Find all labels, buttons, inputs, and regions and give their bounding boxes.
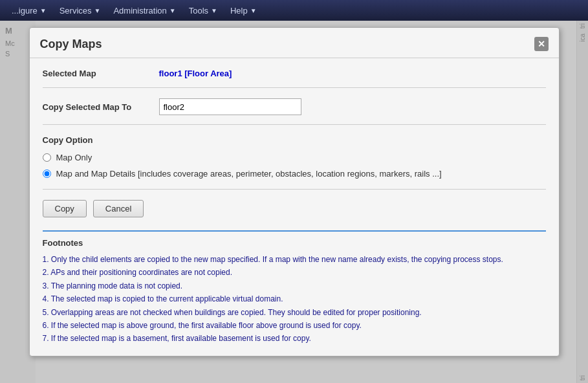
- modal-overlay: Copy Maps ✕ Selected Map floor1 [Floor A…: [0, 21, 588, 383]
- divider-1: [43, 87, 546, 88]
- button-row: Copy Cancel: [43, 200, 546, 217]
- copy-to-row: Copy Selected Map To: [43, 98, 546, 115]
- footnotes-text: 1. Only the child elements are copied to…: [43, 253, 546, 345]
- selected-map-value: floor1 [Floor Area]: [159, 69, 232, 78]
- footnotes-section: Footnotes 1. Only the child elements are…: [43, 230, 546, 345]
- footnote-item: 2. APs and their positioning coordinates…: [43, 266, 546, 279]
- nav-arrow-administration: ▼: [169, 7, 176, 14]
- dialog-body: Selected Map floor1 [Floor Area] Copy Se…: [30, 58, 559, 356]
- copy-to-label: Copy Selected Map To: [43, 102, 159, 112]
- footnote-item: 4. The selected map is copied to the cur…: [43, 292, 546, 305]
- nav-label-configure: ...igure: [12, 6, 38, 16]
- dialog-header: Copy Maps ✕: [30, 28, 559, 58]
- radio-map-only[interactable]: [43, 153, 51, 162]
- nav-label-tools: Tools: [189, 6, 208, 16]
- dialog-title: Copy Maps: [40, 38, 102, 51]
- radio-map-details[interactable]: [43, 170, 51, 178]
- copy-maps-dialog: Copy Maps ✕ Selected Map floor1 [Floor A…: [29, 27, 560, 356]
- nav-item-administration[interactable]: Administration ▼: [107, 0, 182, 21]
- radio-map-details-label[interactable]: Map and Map Details [includes coverage a…: [56, 169, 442, 179]
- radio-map-only-label[interactable]: Map Only: [56, 153, 93, 162]
- footnote-item: 1. Only the child elements are copied to…: [43, 253, 546, 266]
- close-button[interactable]: ✕: [534, 37, 549, 51]
- nav-arrow-tools: ▼: [211, 7, 217, 14]
- copy-option-title: Copy Option: [43, 135, 546, 145]
- footnote-item: 5. Overlapping areas are not checked whe…: [43, 306, 546, 319]
- nav-arrow-services: ▼: [94, 7, 101, 14]
- footnote-item: 3. The planning mode data is not copied.: [43, 279, 546, 292]
- footnote-item: 7. If the selected map is a basement, fi…: [43, 332, 546, 345]
- copy-to-input[interactable]: [159, 98, 301, 115]
- nav-item-tools[interactable]: Tools ▼: [182, 0, 224, 21]
- main-area: M Mc S tri ica tri Copy Maps ✕ Selected …: [0, 21, 588, 383]
- nav-label-administration: Administration: [113, 6, 166, 16]
- navigation-bar: ...igure ▼ Services ▼ Administration ▼ T…: [0, 0, 588, 21]
- nav-item-help[interactable]: Help ▼: [224, 0, 263, 21]
- selected-map-row: Selected Map floor1 [Floor Area]: [43, 69, 546, 78]
- divider-2: [43, 124, 546, 125]
- radio-group: Map Only Map and Map Details [includes c…: [43, 153, 546, 179]
- radio-option-map-only: Map Only: [43, 153, 546, 162]
- copy-option-section: Copy Option Map Only Map and Map Details…: [43, 135, 546, 179]
- cancel-button[interactable]: Cancel: [93, 200, 144, 217]
- divider-3: [43, 189, 546, 190]
- footnotes-title: Footnotes: [43, 238, 546, 248]
- nav-item-services[interactable]: Services ▼: [53, 0, 107, 21]
- nav-arrow-configure: ▼: [40, 7, 47, 14]
- nav-arrow-help: ▼: [250, 7, 257, 14]
- nav-item-configure[interactable]: ...igure ▼: [5, 0, 53, 21]
- selected-map-label: Selected Map: [43, 69, 159, 78]
- copy-button[interactable]: Copy: [43, 200, 87, 217]
- nav-label-services: Services: [60, 6, 92, 16]
- radio-option-map-details: Map and Map Details [includes coverage a…: [43, 169, 546, 179]
- nav-label-help: Help: [230, 6, 248, 16]
- footnote-item: 6. If the selected map is above ground, …: [43, 319, 546, 332]
